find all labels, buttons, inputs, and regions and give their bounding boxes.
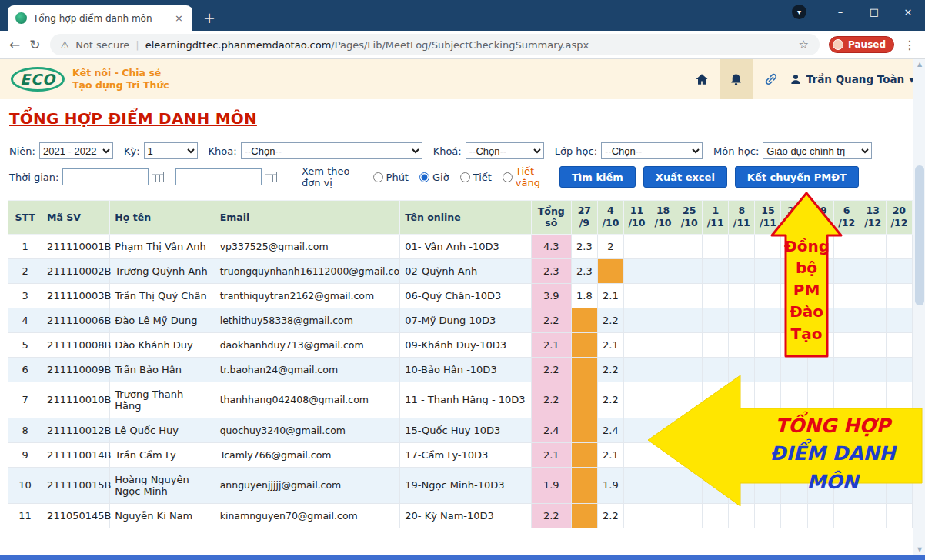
unit-radio-absent-period[interactable]: Tiết vắng — [503, 165, 549, 188]
extension-paused-label: Paused — [848, 39, 886, 50]
column-header-date: 13/12 — [860, 201, 886, 235]
cell-stt: 1 — [8, 234, 42, 258]
cell-email: kinamnguyen70@gmail.com — [215, 503, 400, 528]
eco-logo[interactable]: ECO — [11, 67, 65, 92]
term-select[interactable]: 1 — [144, 142, 198, 159]
faculty-select[interactable]: --Chọn-- — [241, 142, 422, 159]
unit-radio-minute-input[interactable] — [373, 172, 383, 182]
scrollbar-thumb[interactable] — [915, 165, 924, 305]
cell-attendance — [676, 258, 703, 283]
cell-attendance — [729, 234, 755, 258]
cell-attendance — [729, 283, 755, 308]
tab-close-icon[interactable]: × — [173, 12, 185, 24]
cell-ho-ten: Đào Khánh Duy — [110, 332, 215, 357]
unit-radio-minute[interactable]: Phút — [373, 172, 409, 183]
unit-label: Xem theo đơn vị — [302, 165, 366, 188]
scroll-down-icon[interactable]: ▼ — [913, 545, 925, 555]
notifications-button[interactable] — [720, 59, 753, 99]
home-icon[interactable] — [694, 72, 710, 87]
unit-radio-minute-label: Phút — [386, 172, 409, 183]
close-icon[interactable]: × — [891, 6, 925, 18]
cell-tong-so: 4.3 — [531, 234, 571, 258]
cell-attendance: 2.4 — [597, 418, 623, 442]
link-icon[interactable] — [763, 72, 779, 87]
annotation-text-line: bộ — [784, 257, 829, 278]
cell-attendance: 2.1 — [597, 283, 623, 308]
cell-attendance — [650, 258, 676, 283]
maximize-icon[interactable]: □ — [857, 6, 891, 18]
extension-paused-badge[interactable]: Paused — [829, 36, 894, 53]
browser-tab[interactable]: Tổng hợp điểm danh môn × — [8, 5, 192, 31]
user-menu[interactable]: Trần Quang Toàn ▾ — [790, 73, 914, 85]
cell-ho-ten: Nguyễn Ki Nam — [110, 503, 215, 528]
column-header-email: Email — [215, 201, 400, 235]
url-separator: | — [135, 39, 139, 51]
bell-icon — [729, 72, 743, 87]
security-label[interactable]: Not secure — [75, 39, 129, 51]
unit-radio-period[interactable]: Tiết — [460, 172, 492, 183]
cell-attendance — [886, 283, 912, 308]
bookmark-star-icon[interactable]: ☆ — [799, 38, 809, 52]
window-bottom-border — [0, 555, 925, 560]
column-header-ma-sv: Mã SV — [42, 201, 110, 235]
cell-tong-so: 2.2 — [531, 357, 571, 382]
scroll-up-icon[interactable]: ▲ — [913, 59, 925, 70]
search-button[interactable]: Tìm kiếm — [559, 166, 636, 188]
cell-attendance — [676, 234, 703, 258]
unit-radio-hour[interactable]: Giờ — [419, 172, 449, 183]
unit-radio-period-input[interactable] — [460, 172, 470, 182]
page-url: elearningdttec.phanmemdaotao.com/Pages/L… — [145, 39, 589, 51]
annotation-sync-arrow: Đồng bộ PM Đào Tạo — [770, 191, 843, 358]
new-tab-icon[interactable]: + — [203, 11, 215, 25]
cell-attendance — [623, 234, 650, 258]
class-select[interactable]: --Chọn-- — [601, 142, 703, 159]
cell-ho-ten: Đào Lê Mỹ Dung — [110, 308, 215, 332]
unit-radio-hour-input[interactable] — [419, 172, 429, 182]
cell-ten-online: 01- Vân Anh -10D3 — [400, 234, 531, 258]
cell-attendance: 2.2 — [597, 357, 623, 382]
cell-absent — [571, 503, 597, 528]
faculty-label: Khoa: — [209, 145, 237, 157]
cell-absent — [571, 467, 597, 503]
cell-tong-so: 2.2 — [531, 382, 571, 418]
back-icon[interactable]: ← — [9, 38, 20, 52]
unit-radio-absent-period-input[interactable] — [503, 172, 513, 182]
calendar-icon[interactable] — [265, 172, 277, 182]
subject-select[interactable]: Giáo dục chính trị — [763, 142, 872, 159]
refresh-icon[interactable]: ↻ — [29, 38, 40, 52]
column-header-date: 4/10 — [597, 201, 623, 235]
tab-title: Tổng hợp điểm danh môn — [33, 13, 167, 24]
year-select[interactable]: 2021 - 2022 — [39, 142, 113, 159]
cohort-select[interactable]: --Chọn-- — [466, 142, 544, 159]
media-controls-icon[interactable]: ▾ — [792, 5, 806, 19]
calendar-icon[interactable] — [152, 172, 164, 182]
cell-attendance — [650, 234, 676, 258]
url-omnibox[interactable]: ⚠ Not secure | elearningdttec.phanmemdao… — [50, 34, 820, 55]
cell-tong-so: 3.9 — [531, 283, 571, 308]
user-name: Trần Quang Toàn — [806, 73, 904, 85]
column-header-ho-ten: Họ tên — [110, 201, 215, 235]
time-from-input[interactable] — [62, 168, 149, 185]
minimize-icon[interactable]: – — [823, 6, 857, 18]
cell-attendance — [729, 258, 755, 283]
cell-stt: 8 — [8, 418, 42, 442]
cohort-label: Khoá: — [433, 145, 462, 157]
cell-email: Tcamly766@gmail.com — [215, 442, 400, 467]
cell-ten-online: 06-Quý Chân-10D3 — [400, 283, 531, 308]
unit-radio-absent-period-label: Tiết vắng — [516, 165, 549, 188]
cell-ma-sv: 211110012B — [42, 418, 110, 442]
cell-absent — [571, 418, 597, 442]
time-to-input[interactable] — [175, 168, 262, 185]
browser-menu-icon[interactable]: ⋮ — [903, 38, 916, 52]
cell-attendance: 2.2 — [597, 382, 623, 418]
annotation-sync-text: Đồng bộ PM Đào Tạo — [784, 235, 829, 345]
transfer-pmdt-button[interactable]: Kết chuyển PMĐT — [735, 166, 859, 188]
user-icon — [790, 73, 802, 85]
cell-ma-sv: 211110009B — [42, 357, 110, 382]
annotation-text-line: Tạo — [784, 323, 829, 345]
annotation-headline-line-2: ĐIỂM DANH MÔN — [745, 440, 920, 496]
cell-stt: 3 — [8, 283, 42, 308]
browser-addressbar: ← ↻ ⚠ Not secure | elearningdttec.phanme… — [0, 31, 925, 59]
cell-attendance — [703, 258, 729, 283]
export-excel-button[interactable]: Xuất excel — [643, 166, 727, 188]
